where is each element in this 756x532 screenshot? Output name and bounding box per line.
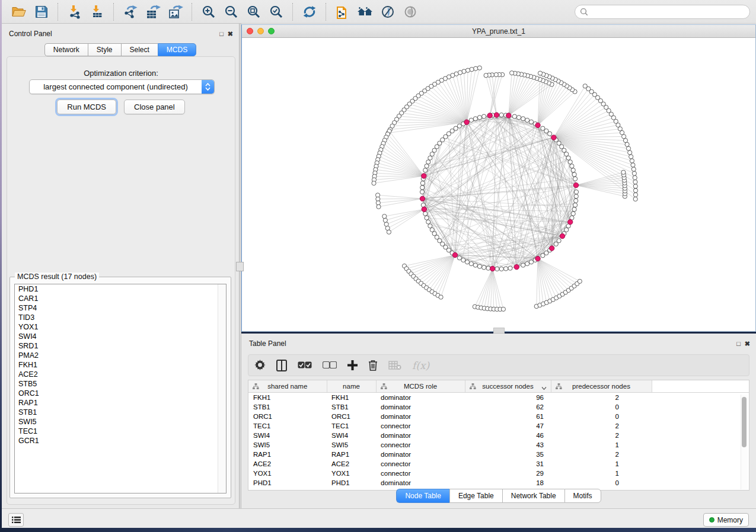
table-cell[interactable]: YOX1 xyxy=(248,469,327,478)
column-header-MCDS-role[interactable]: MCDS role xyxy=(376,380,465,393)
column-header-predecessor-nodes[interactable]: predecessor nodes xyxy=(551,380,652,393)
network-graph[interactable] xyxy=(242,38,754,331)
table-cell[interactable]: 2 xyxy=(551,421,652,431)
tab-network-table[interactable]: Network Table xyxy=(502,489,564,503)
mcds-list-scrollbar[interactable] xyxy=(218,284,226,493)
table-scrollbar-thumb[interactable] xyxy=(742,397,747,447)
table-cell[interactable]: FKH1 xyxy=(248,393,327,403)
share-network-icon[interactable] xyxy=(331,2,354,21)
table-cell[interactable]: dominator xyxy=(376,450,465,459)
zoom-in-icon[interactable] xyxy=(197,2,220,21)
table-row[interactable]: TEC1TEC1connector472 xyxy=(248,421,749,431)
table-cell[interactable]: ORC1 xyxy=(248,412,327,421)
mcds-result-item[interactable]: ACE2 xyxy=(15,370,226,379)
table-cell[interactable]: dominator xyxy=(376,402,465,412)
table-cell[interactable]: 2 xyxy=(551,393,652,403)
show-graphics-details-icon[interactable] xyxy=(399,2,422,21)
table-cell[interactable]: 18 xyxy=(465,478,551,488)
task-history-button[interactable] xyxy=(8,513,24,527)
table-cell[interactable]: PHD1 xyxy=(248,478,327,488)
table-row[interactable]: PHD1PHD1dominator180 xyxy=(248,478,749,488)
column-header-shared-name[interactable]: shared name xyxy=(248,380,327,393)
table-row[interactable]: FKH1FKH1dominator962 xyxy=(248,393,749,403)
table-cell[interactable]: 0 xyxy=(551,402,652,412)
table-cell[interactable]: 46 xyxy=(465,431,551,440)
table-scrollbar[interactable] xyxy=(741,395,748,489)
delete-column-icon[interactable] xyxy=(368,360,378,371)
table-cell[interactable]: 2 xyxy=(551,431,652,440)
mcds-result-item[interactable]: CAR1 xyxy=(15,294,226,303)
table-cell[interactable]: 0 xyxy=(551,478,652,488)
tab-edge-table[interactable]: Edge Table xyxy=(449,489,502,503)
zoom-selected-icon[interactable] xyxy=(265,2,288,21)
search-field[interactable] xyxy=(575,5,750,19)
table-cell[interactable]: 61 xyxy=(465,412,551,421)
table-cell[interactable]: PHD1 xyxy=(327,478,376,488)
mcds-result-list[interactable]: PHD1CAR1STP4TID3YOX1SWI4SRD1PMA2FKH1ACE2… xyxy=(14,284,227,493)
table-cell[interactable]: SWI4 xyxy=(327,431,376,440)
table-cell[interactable]: 31 xyxy=(465,459,551,469)
table-cell[interactable]: TEC1 xyxy=(327,421,376,431)
show-columns-icon[interactable] xyxy=(276,360,287,371)
table-cell[interactable]: 29 xyxy=(465,469,551,478)
mcds-result-item[interactable]: STB5 xyxy=(15,379,226,389)
open-file-icon[interactable] xyxy=(8,2,30,21)
table-row[interactable]: STB1STB1dominator620 xyxy=(248,402,749,412)
mcds-result-item[interactable]: FKH1 xyxy=(15,360,226,370)
network-window-titlebar[interactable]: YPA_prune.txt_1 xyxy=(242,25,755,38)
mcds-result-item[interactable]: TID3 xyxy=(15,313,226,322)
mcds-result-item[interactable]: SRD1 xyxy=(15,341,226,351)
tab-style[interactable]: Style xyxy=(88,43,121,56)
table-row[interactable]: RAP1RAP1dominator352 xyxy=(248,450,749,459)
table-cell[interactable]: TEC1 xyxy=(248,421,327,431)
mcds-result-item[interactable]: SWI4 xyxy=(15,332,226,341)
column-header-successor-nodes[interactable]: successor nodes xyxy=(465,380,551,393)
table-cell[interactable]: 0 xyxy=(551,412,652,421)
table-cell[interactable]: dominator xyxy=(376,431,465,440)
table-cell[interactable]: 1 xyxy=(551,469,652,478)
unselect-all-columns-icon[interactable] xyxy=(323,361,337,369)
zoom-fit-icon[interactable] xyxy=(243,2,265,21)
table-cell[interactable]: ACE2 xyxy=(248,459,327,469)
table-cell[interactable]: 47 xyxy=(465,421,551,431)
table-cell[interactable]: dominator xyxy=(376,393,465,403)
table-cell[interactable]: STB1 xyxy=(248,402,327,412)
mcds-result-item[interactable]: PHD1 xyxy=(15,284,226,294)
tab-mcds[interactable]: MCDS xyxy=(158,43,196,56)
table-cell[interactable]: SWI5 xyxy=(327,440,376,450)
select-all-columns-icon[interactable] xyxy=(298,361,312,369)
table-cell[interactable]: RAP1 xyxy=(248,450,327,459)
table-row[interactable]: SWI4SWI4dominator462 xyxy=(248,431,749,440)
table-cell[interactable]: 35 xyxy=(465,450,551,459)
float-window-icon[interactable]: □ xyxy=(219,31,224,37)
table-row[interactable]: SWI5SWI5connector431 xyxy=(248,440,749,450)
mcds-result-item[interactable]: YOX1 xyxy=(15,322,226,332)
mcds-result-item[interactable]: RAP1 xyxy=(15,398,226,408)
home-icon[interactable] xyxy=(354,2,377,21)
table-cell[interactable]: 1 xyxy=(551,440,652,450)
tab-select[interactable]: Select xyxy=(121,43,158,56)
table-row[interactable]: ORC1ORC1dominator610 xyxy=(248,412,749,421)
import-network-icon[interactable] xyxy=(63,2,86,21)
close-panel-button[interactable]: Close panel xyxy=(124,100,185,114)
mcds-result-item[interactable]: SWI5 xyxy=(15,417,226,427)
export-image-icon[interactable] xyxy=(164,2,187,21)
tab-node-table[interactable]: Node Table xyxy=(396,489,449,503)
table-cell[interactable]: SWI5 xyxy=(248,440,327,450)
table-cell[interactable]: SWI4 xyxy=(248,431,327,440)
close-panel-icon[interactable]: ✖ xyxy=(745,341,750,347)
tab-motifs[interactable]: Motifs xyxy=(564,489,601,503)
table-cell[interactable]: 62 xyxy=(465,402,551,412)
mcds-result-item[interactable]: PMA2 xyxy=(15,351,226,360)
table-cell[interactable]: 43 xyxy=(465,440,551,450)
search-input[interactable] xyxy=(591,7,745,17)
table-cell[interactable]: ORC1 xyxy=(327,412,376,421)
mcds-result-item[interactable]: GCR1 xyxy=(15,436,226,446)
memory-button[interactable]: Memory xyxy=(703,513,749,527)
tab-network[interactable]: Network xyxy=(44,43,88,56)
table-cell[interactable]: ACE2 xyxy=(327,459,376,469)
mcds-result-item[interactable]: ORC1 xyxy=(15,389,226,398)
zoom-out-icon[interactable] xyxy=(220,2,243,21)
table-row[interactable]: ACE2ACE2connector311 xyxy=(248,459,749,469)
save-session-icon[interactable] xyxy=(30,2,53,21)
